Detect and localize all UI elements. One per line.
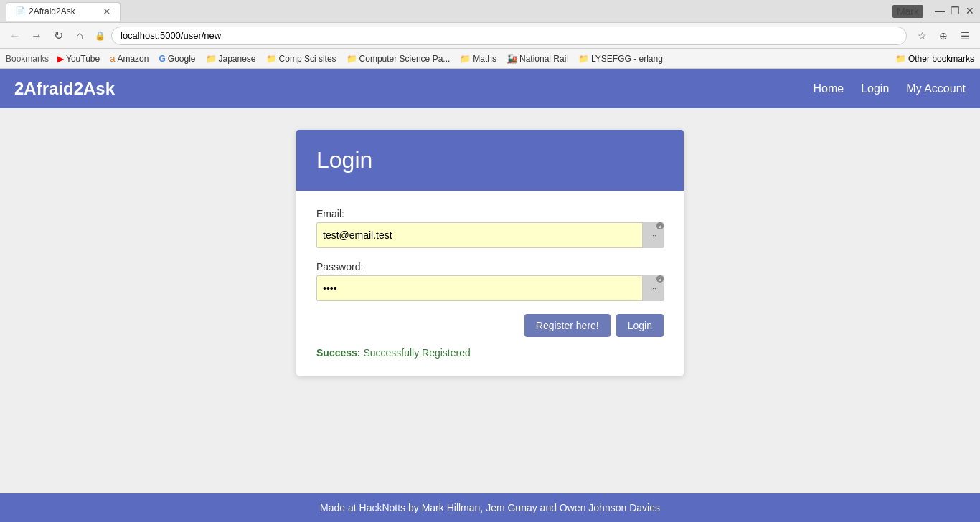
back-button[interactable]: ←: [6, 27, 24, 45]
menu-btn[interactable]: ☰: [956, 27, 974, 45]
bookmark-youtube-label: YouTube: [66, 54, 100, 64]
bookmark-amazon[interactable]: a Amazon: [105, 52, 153, 65]
folder-icon-compsci: 📁: [266, 54, 277, 64]
youtube-icon: ▶: [57, 54, 64, 64]
success-message: Success: Successfully Registered: [316, 347, 664, 359]
bookmark-maths[interactable]: 📁 Maths: [456, 52, 501, 65]
success-text: Successfully Registered: [363, 347, 470, 359]
login-title: Login: [316, 147, 664, 174]
amazon-icon: a: [110, 53, 115, 64]
home-button[interactable]: ⌂: [70, 27, 89, 45]
bookmark-computer-science-pa[interactable]: 📁 Computer Science Pa...: [342, 52, 455, 65]
other-bookmarks[interactable]: 📁 Other bookmarks: [895, 54, 974, 64]
toolbar-icons: ☆ ⊕ ☰: [913, 27, 974, 45]
register-button[interactable]: Register here!: [524, 314, 611, 337]
bookmark-japanese-label: Japanese: [219, 54, 256, 64]
address-bar[interactable]: [111, 27, 907, 45]
lock-icon: 🔒: [95, 31, 105, 41]
form-actions: Register here! Login: [316, 314, 664, 337]
folder-icon-japanese: 📁: [206, 54, 217, 64]
tab-favicon: 📄: [15, 6, 26, 16]
email-input-wrapper: ··· 2: [316, 222, 664, 248]
login-card: Login Email: ··· 2 Password:: [296, 130, 684, 376]
site-footer: Made at HackNotts by Mark Hillman, Jem G…: [0, 493, 980, 522]
bookmark-amazon-label: Amazon: [117, 54, 149, 64]
login-card-header: Login: [296, 130, 684, 191]
extensions-btn[interactable]: ⊕: [934, 27, 953, 45]
folder-icon-lysefgg: 📁: [578, 54, 589, 64]
bookmark-star-btn[interactable]: ☆: [913, 27, 931, 45]
autofill-badge: 2: [656, 222, 664, 229]
maximize-btn[interactable]: ❐: [951, 5, 960, 18]
password-autofill-dots-icon: ···: [650, 285, 656, 293]
bookmark-lysefgg[interactable]: 📁 LYSEFGG - erlang: [574, 52, 667, 65]
password-autofill-badge: 2: [656, 275, 664, 283]
bookmark-national-rail[interactable]: 🚂 National Rail: [502, 52, 573, 65]
browser-tab[interactable]: 📄 2Afraid2Ask ✕: [6, 2, 121, 21]
folder-icon-cs-pa: 📁: [347, 54, 357, 64]
page-wrapper: 2Afraid2Ask Home Login My Account Login …: [0, 69, 980, 522]
footer-text: Made at HackNotts by Mark Hillman, Jem G…: [320, 502, 660, 513]
login-button[interactable]: Login: [616, 314, 664, 337]
email-input[interactable]: [316, 222, 664, 248]
password-autofill-btn[interactable]: ··· 2: [642, 275, 664, 301]
bookmarks-bar: Bookmarks ▶ YouTube a Amazon G Google 📁 …: [0, 49, 980, 69]
success-label: Success:: [316, 347, 360, 359]
site-logo[interactable]: 2Afraid2Ask: [14, 79, 813, 99]
main-content: Login Email: ··· 2 Password:: [0, 108, 980, 493]
refresh-button[interactable]: ↻: [49, 27, 67, 45]
bookmark-youtube[interactable]: ▶ YouTube: [53, 52, 104, 65]
site-nav: 2Afraid2Ask Home Login My Account: [0, 69, 980, 108]
bookmark-lysefgg-label: LYSEFGG - erlang: [591, 54, 663, 64]
other-bookmarks-label: Other bookmarks: [908, 54, 974, 64]
google-icon: G: [159, 54, 165, 64]
email-autofill-btn[interactable]: ··· 2: [642, 222, 664, 248]
password-input-wrapper: ··· 2: [316, 275, 664, 301]
window-controls: Mark — ❐ ✕: [890, 5, 974, 18]
login-card-body: Email: ··· 2 Password: ···: [296, 191, 684, 376]
password-label: Password:: [316, 261, 664, 272]
national-rail-icon: 🚂: [507, 54, 517, 64]
tab-close-btn[interactable]: ✕: [103, 6, 111, 17]
close-btn[interactable]: ✕: [966, 5, 974, 18]
bookmarks-label: Bookmarks: [6, 54, 49, 64]
folder-icon-other: 📁: [895, 54, 906, 64]
bookmark-japanese[interactable]: 📁 Japanese: [202, 52, 260, 65]
nav-home[interactable]: Home: [813, 82, 844, 95]
bookmark-google-label: Google: [168, 54, 196, 64]
minimize-btn[interactable]: —: [935, 5, 945, 18]
bookmark-cs-pa-label: Computer Science Pa...: [359, 54, 451, 64]
bookmark-comp-sci-sites[interactable]: 📁 Comp Sci sites: [262, 52, 341, 65]
bookmark-comp-sci-sites-label: Comp Sci sites: [279, 54, 336, 64]
bookmark-national-rail-label: National Rail: [519, 54, 568, 64]
nav-login[interactable]: Login: [861, 82, 889, 95]
password-group: Password: ··· 2: [316, 261, 664, 301]
bookmark-google[interactable]: G Google: [154, 52, 199, 65]
email-group: Email: ··· 2: [316, 208, 664, 248]
autofill-dots-icon: ···: [650, 232, 656, 239]
nav-my-account[interactable]: My Account: [906, 82, 966, 95]
browser-toolbar: ← → ↻ ⌂ 🔒 ☆ ⊕ ☰: [0, 23, 980, 49]
folder-icon-maths: 📁: [460, 54, 471, 64]
browser-titlebar: 📄 2Afraid2Ask ✕ Mark — ❐ ✕: [0, 0, 980, 23]
email-label: Email:: [316, 208, 664, 219]
tab-title: 2Afraid2Ask: [29, 6, 75, 16]
password-input[interactable]: [316, 275, 664, 301]
forward-button[interactable]: →: [27, 27, 46, 45]
nav-links: Home Login My Account: [813, 82, 966, 95]
bookmark-maths-label: Maths: [473, 54, 496, 64]
user-badge: Mark: [892, 5, 923, 18]
